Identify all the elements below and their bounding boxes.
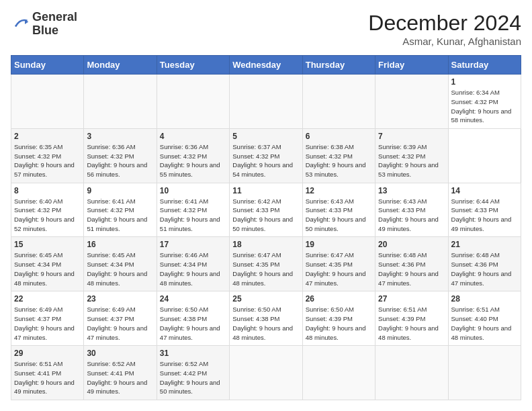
col-wednesday: Wednesday xyxy=(230,56,302,75)
table-cell: 2Sunrise: 6:35 AMSunset: 4:32 PMDaylight… xyxy=(11,128,84,183)
table-cell: 13Sunrise: 6:43 AMSunset: 4:33 PMDayligh… xyxy=(375,183,448,237)
table-cell xyxy=(448,346,521,400)
table-cell: 29Sunrise: 6:51 AMSunset: 4:41 PMDayligh… xyxy=(11,346,84,400)
header: General Blue December 2024 Asmar, Kunar,… xyxy=(11,11,521,47)
logo-line2: Blue xyxy=(32,24,77,38)
col-saturday: Saturday xyxy=(448,56,521,75)
logo-text: General Blue xyxy=(32,11,77,38)
table-cell: 12Sunrise: 6:43 AMSunset: 4:33 PMDayligh… xyxy=(302,183,375,237)
table-cell: 19Sunrise: 6:47 AMSunset: 4:35 PMDayligh… xyxy=(302,237,375,291)
table-cell: 21Sunrise: 6:48 AMSunset: 4:36 PMDayligh… xyxy=(448,237,521,291)
table-cell xyxy=(375,75,448,129)
table-cell: 24Sunrise: 6:50 AMSunset: 4:38 PMDayligh… xyxy=(157,291,229,346)
table-cell: 11Sunrise: 6:42 AMSunset: 4:33 PMDayligh… xyxy=(230,183,302,237)
table-cell: 26Sunrise: 6:50 AMSunset: 4:39 PMDayligh… xyxy=(302,291,375,346)
table-cell: 4Sunrise: 6:36 AMSunset: 4:32 PMDaylight… xyxy=(157,128,229,183)
table-cell xyxy=(11,75,84,129)
table-cell: 8Sunrise: 6:40 AMSunset: 4:32 PMDaylight… xyxy=(11,183,84,237)
page: General Blue December 2024 Asmar, Kunar,… xyxy=(0,0,532,411)
logo: General Blue xyxy=(11,11,77,38)
col-friday: Friday xyxy=(375,56,448,75)
table-cell: 17Sunrise: 6:46 AMSunset: 4:34 PMDayligh… xyxy=(157,237,229,291)
table-cell xyxy=(302,75,375,129)
table-cell: 23Sunrise: 6:49 AMSunset: 4:37 PMDayligh… xyxy=(84,291,157,346)
calendar-subtitle: Asmar, Kunar, Afghanistan xyxy=(368,36,521,47)
calendar-title: December 2024 xyxy=(368,11,521,36)
col-monday: Monday xyxy=(84,56,157,75)
logo-icon xyxy=(11,15,30,34)
table-cell: 3Sunrise: 6:36 AMSunset: 4:32 PMDaylight… xyxy=(84,128,157,183)
table-cell xyxy=(375,346,448,400)
table-cell: 10Sunrise: 6:41 AMSunset: 4:32 PMDayligh… xyxy=(157,183,229,237)
logo-line1: General xyxy=(32,11,77,24)
table-cell: 6Sunrise: 6:38 AMSunset: 4:32 PMDaylight… xyxy=(302,128,375,183)
table-cell: 20Sunrise: 6:48 AMSunset: 4:36 PMDayligh… xyxy=(375,237,448,291)
calendar-header-row: Sunday Monday Tuesday Wednesday Thursday… xyxy=(11,56,521,75)
col-thursday: Thursday xyxy=(302,56,375,75)
title-block: December 2024 Asmar, Kunar, Afghanistan xyxy=(368,11,521,47)
table-cell: 5Sunrise: 6:37 AMSunset: 4:32 PMDaylight… xyxy=(230,128,302,183)
table-cell: 1Sunrise: 6:34 AMSunset: 4:32 PMDaylight… xyxy=(448,75,521,129)
col-sunday: Sunday xyxy=(11,56,84,75)
table-cell: 15Sunrise: 6:45 AMSunset: 4:34 PMDayligh… xyxy=(11,237,84,291)
table-cell: 27Sunrise: 6:51 AMSunset: 4:39 PMDayligh… xyxy=(375,291,448,346)
table-cell xyxy=(230,346,302,400)
table-cell: 30Sunrise: 6:52 AMSunset: 4:41 PMDayligh… xyxy=(84,346,157,400)
table-cell: 9Sunrise: 6:41 AMSunset: 4:32 PMDaylight… xyxy=(84,183,157,237)
table-cell: 31Sunrise: 6:52 AMSunset: 4:42 PMDayligh… xyxy=(157,346,229,400)
table-cell xyxy=(84,75,157,129)
table-cell xyxy=(157,75,229,129)
table-cell: 28Sunrise: 6:51 AMSunset: 4:40 PMDayligh… xyxy=(448,291,521,346)
table-cell: 16Sunrise: 6:45 AMSunset: 4:34 PMDayligh… xyxy=(84,237,157,291)
calendar-table: Sunday Monday Tuesday Wednesday Thursday… xyxy=(11,55,521,400)
col-tuesday: Tuesday xyxy=(157,56,229,75)
table-cell: 18Sunrise: 6:47 AMSunset: 4:35 PMDayligh… xyxy=(230,237,302,291)
table-cell: 25Sunrise: 6:50 AMSunset: 4:38 PMDayligh… xyxy=(230,291,302,346)
table-cell xyxy=(302,346,375,400)
table-cell: 7Sunrise: 6:39 AMSunset: 4:32 PMDaylight… xyxy=(375,128,448,183)
table-cell xyxy=(230,75,302,129)
table-cell: 14Sunrise: 6:44 AMSunset: 4:33 PMDayligh… xyxy=(448,183,521,237)
table-cell: 22Sunrise: 6:49 AMSunset: 4:37 PMDayligh… xyxy=(11,291,84,346)
